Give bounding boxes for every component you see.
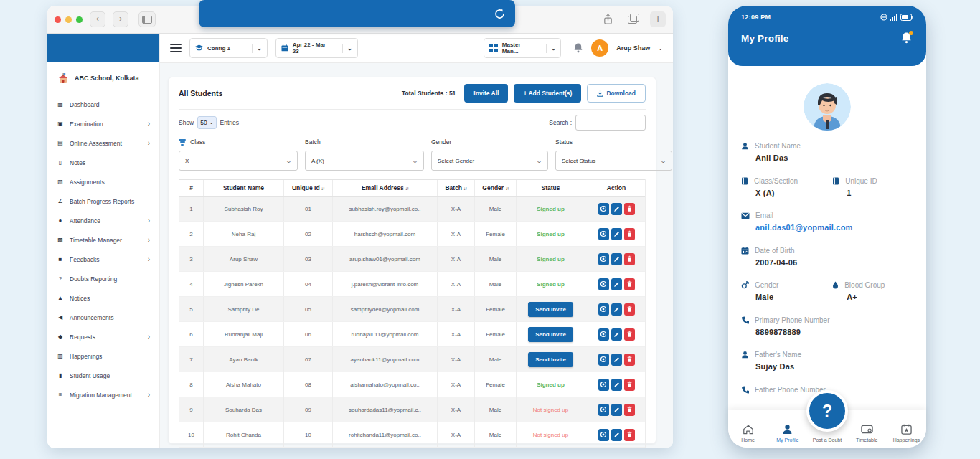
status-filter-select[interactable]: Select Status⌄	[555, 151, 672, 171]
sidebar-item[interactable]: ● Attendance ›	[47, 211, 159, 230]
status-badge[interactable]: Send Invite	[528, 327, 573, 342]
sidebar-item[interactable]: ≡ Migration Management ›	[47, 385, 159, 404]
add-students-button[interactable]: + Add Student(s)	[514, 84, 581, 103]
edit-student-button[interactable]	[611, 429, 622, 441]
view-student-button[interactable]	[598, 303, 609, 316]
edit-student-button[interactable]	[611, 303, 622, 316]
sort-arrows-icon[interactable]: ↓↑	[321, 186, 325, 191]
column-header[interactable]: #	[179, 180, 204, 196]
sort-arrows-icon[interactable]: ↓↑	[463, 186, 467, 191]
browser-forward-button[interactable]: ›	[113, 11, 128, 27]
notification-bell-icon[interactable]	[573, 42, 583, 54]
minimize-window-button[interactable]	[65, 16, 72, 23]
class-filter-select[interactable]: X⌄	[179, 151, 298, 171]
close-window-button[interactable]	[55, 16, 61, 23]
sidebar-item[interactable]: ▲ Notices	[47, 288, 159, 308]
view-student-button[interactable]	[598, 328, 609, 341]
browser-back-button[interactable]: ‹	[90, 11, 105, 27]
edit-student-button[interactable]	[611, 203, 622, 215]
tabs-overview-button[interactable]	[624, 12, 640, 27]
email-cell: souhardadas11@yopmail.c..	[333, 397, 438, 422]
delete-student-button[interactable]	[624, 253, 635, 265]
phone-icon	[741, 386, 749, 394]
sidebar-item[interactable]: ▧ Assignments	[47, 172, 159, 191]
date-range-dropdown[interactable]: Apr 22 - Mar 23 ⌄	[275, 38, 358, 58]
gender-filter-select[interactable]: Select Gender⌄	[431, 151, 548, 171]
zoom-window-button[interactable]	[76, 16, 83, 23]
status-badge[interactable]: Send Invite	[528, 302, 573, 317]
post-doubt-fab-button[interactable]: ?	[806, 390, 848, 432]
column-header[interactable]: Status	[517, 180, 585, 196]
sidebar-item[interactable]: ▥ Happenings	[47, 346, 159, 366]
sidebar-item[interactable]: ▯ Notes	[47, 153, 159, 172]
sidebar-toggle-button[interactable]	[138, 11, 156, 27]
column-header[interactable]: Email Address ↓↑	[333, 180, 438, 196]
column-header[interactable]: Gender ↓↑	[475, 180, 517, 196]
nav-my-profile[interactable]: My Profile	[770, 424, 806, 443]
delete-student-button[interactable]	[624, 354, 635, 366]
column-header[interactable]: Student Name	[204, 180, 284, 196]
column-header[interactable]: Action	[585, 180, 647, 196]
edit-student-button[interactable]	[611, 228, 622, 240]
hamburger-menu-icon[interactable]	[170, 44, 182, 52]
gender-cell: Female	[475, 372, 517, 397]
delete-student-button[interactable]	[624, 278, 635, 290]
view-student-button[interactable]	[598, 228, 609, 240]
mobile-notification-bell[interactable]	[900, 32, 913, 44]
invite-all-button[interactable]: Invite All	[464, 84, 508, 103]
sidebar-item[interactable]: ▤ Online Assessment ›	[47, 133, 159, 153]
sidebar-item[interactable]: ◆ Requests ›	[47, 327, 159, 346]
edit-student-button[interactable]	[611, 278, 622, 290]
edit-student-button[interactable]	[611, 354, 622, 366]
page-size-select[interactable]: 50⌄	[197, 116, 216, 129]
person-icon	[741, 142, 749, 150]
share-button[interactable]	[600, 12, 616, 27]
view-student-button[interactable]	[598, 379, 609, 391]
sidebar-item[interactable]: ▩ Timetable Manager ›	[47, 230, 159, 250]
sidebar-item[interactable]: ∠ Batch Progress Reports	[47, 191, 159, 211]
edit-student-button[interactable]	[611, 328, 622, 341]
refresh-icon[interactable]	[494, 8, 506, 20]
sidebar-item[interactable]: ◀ Announcements	[47, 308, 159, 327]
view-student-button[interactable]	[598, 404, 609, 416]
delete-student-button[interactable]	[624, 379, 635, 391]
module-dropdown[interactable]: Master Man... ⌄	[484, 38, 561, 58]
column-header[interactable]: Unique Id ↓↑	[284, 180, 333, 196]
view-student-button[interactable]	[598, 354, 609, 366]
view-student-button[interactable]	[598, 253, 609, 265]
user-avatar[interactable]: A	[591, 39, 608, 57]
sort-arrows-icon[interactable]: ↓↑	[405, 186, 409, 191]
view-student-button[interactable]	[598, 203, 609, 215]
sidebar-item[interactable]: ▮ Student Usage	[47, 366, 159, 385]
delete-student-button[interactable]	[624, 404, 635, 416]
delete-student-button[interactable]	[624, 328, 635, 341]
sidebar-item[interactable]: ■ Feedbacks ›	[47, 250, 159, 269]
status-badge[interactable]: Send Invite	[528, 352, 573, 367]
nav-timetable[interactable]: Timetable	[849, 424, 885, 443]
new-tab-button[interactable]: +	[650, 11, 666, 27]
nav-happenings[interactable]: Happenings	[888, 424, 924, 443]
unique-id-cell: 08	[284, 372, 333, 397]
email-value[interactable]: anil.das01@yopmail.com	[755, 223, 913, 232]
view-student-button[interactable]	[598, 278, 609, 290]
sidebar-item[interactable]: ▦ Dashboard	[47, 95, 159, 114]
chevron-down-icon[interactable]: ⌄	[658, 45, 663, 52]
column-header[interactable]: Batch ↓↑	[438, 180, 475, 196]
edit-student-button[interactable]	[611, 379, 622, 391]
sidebar-item[interactable]: ▣ Examination ›	[47, 114, 159, 133]
view-student-button[interactable]	[598, 429, 609, 441]
config-dropdown[interactable]: Config 1 ⌄	[189, 38, 268, 58]
nav-home[interactable]: Home	[730, 424, 766, 443]
sort-arrows-icon[interactable]: ↓↑	[505, 186, 509, 191]
delete-student-button[interactable]	[624, 228, 635, 240]
delete-student-button[interactable]	[624, 303, 635, 316]
download-button[interactable]: Download	[587, 84, 646, 103]
edit-student-button[interactable]	[611, 253, 622, 265]
delete-student-button[interactable]	[624, 429, 635, 441]
status-bar: 12:09 PM	[741, 14, 913, 21]
sidebar-item[interactable]: ? Doubts Reporting	[47, 269, 159, 288]
batch-filter-select[interactable]: A (X)⌄	[305, 151, 424, 171]
delete-student-button[interactable]	[624, 203, 635, 215]
edit-student-button[interactable]	[611, 404, 622, 416]
search-input[interactable]	[575, 115, 646, 131]
